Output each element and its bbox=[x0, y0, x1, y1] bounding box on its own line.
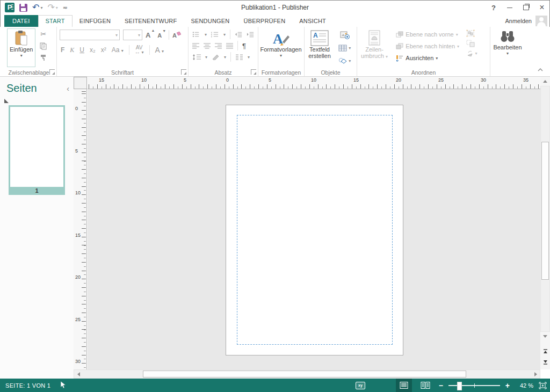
horizontal-scroll-thumb[interactable] bbox=[143, 371, 466, 378]
two-page-spread-button[interactable] bbox=[417, 379, 433, 392]
close-button[interactable]: × bbox=[534, 2, 550, 13]
grow-font-button[interactable]: A▲ bbox=[146, 31, 154, 39]
font-color-button[interactable]: A ▾ bbox=[155, 46, 164, 54]
draw-textbox-button[interactable]: A Textfeld erstellen bbox=[305, 28, 334, 67]
text-wrap-icon bbox=[367, 30, 381, 46]
tab-seitenentwurf[interactable]: SEITENENTWURF bbox=[118, 15, 184, 27]
pages-options-icon[interactable] bbox=[4, 99, 9, 103]
customize-qat-icon[interactable]: ≂ bbox=[63, 4, 67, 11]
cut-button[interactable]: ✂ bbox=[40, 28, 47, 40]
shrink-font-button[interactable]: A▼ bbox=[157, 32, 165, 39]
zoom-out-button[interactable]: − bbox=[439, 383, 443, 388]
paste-button[interactable]: Einfügen ▾ bbox=[7, 28, 35, 67]
canvas[interactable] bbox=[88, 89, 540, 369]
align-right-button[interactable] bbox=[215, 43, 222, 49]
paragraph-marks-button[interactable]: ¶ bbox=[242, 42, 246, 50]
scroll-down-button[interactable] bbox=[540, 332, 550, 341]
font-dialog-launcher-icon[interactable] bbox=[181, 69, 186, 75]
paragraph-shading-button[interactable] bbox=[212, 54, 220, 60]
columns-button[interactable] bbox=[235, 54, 243, 60]
sign-in[interactable]: Anmelden bbox=[505, 15, 550, 27]
minimize-button[interactable] bbox=[502, 2, 518, 13]
horizontal-scrollbar[interactable] bbox=[74, 369, 540, 379]
single-page-view-button[interactable] bbox=[396, 379, 412, 392]
paragraph-dialog-launcher-icon[interactable] bbox=[251, 69, 256, 75]
next-page-button[interactable] bbox=[540, 358, 550, 366]
underline-button[interactable]: U bbox=[79, 46, 84, 54]
copy-button[interactable] bbox=[40, 40, 47, 52]
previous-page-button[interactable] bbox=[540, 347, 550, 355]
publisher-app-icon[interactable]: P bbox=[5, 3, 15, 12]
zoom-level[interactable]: 42 % bbox=[515, 382, 533, 389]
scroll-left-button[interactable] bbox=[74, 370, 83, 378]
save-icon[interactable] bbox=[19, 4, 27, 12]
increase-indent-button[interactable] bbox=[247, 31, 254, 38]
bring-forward-button[interactable]: Ebene nach vorne ▾ bbox=[396, 30, 459, 39]
character-spacing-button[interactable]: AV↔ ▾ bbox=[135, 46, 144, 55]
send-backward-button[interactable]: Ebene nach hinten ▾ bbox=[396, 41, 459, 51]
change-case-button[interactable]: Aa ▾ bbox=[112, 46, 124, 54]
styles-button[interactable]: A Formatvorlagen ▾ bbox=[259, 28, 303, 67]
clipboard-dialog-launcher-icon[interactable] bbox=[49, 69, 55, 75]
scroll-up-button[interactable] bbox=[540, 77, 550, 86]
tab-ueberpruefen[interactable]: ÜBERPRÜFEN bbox=[236, 15, 292, 27]
align-left-button[interactable] bbox=[192, 43, 199, 49]
pages-collapse-icon[interactable]: ‹ bbox=[67, 84, 69, 93]
publication-page[interactable] bbox=[226, 105, 403, 355]
h-ruler-label: 10 bbox=[311, 77, 316, 83]
page-thumbnail[interactable]: 1 bbox=[9, 105, 65, 195]
tab-einfuegen[interactable]: EINFÜGEN bbox=[73, 15, 118, 27]
redo-button[interactable]: ↷ ▾ bbox=[47, 4, 57, 11]
font-size-combo[interactable]: ▾ bbox=[123, 30, 142, 40]
zoom-in-button[interactable]: + bbox=[505, 383, 510, 388]
tab-sendungen[interactable]: SENDUNGEN bbox=[184, 15, 236, 27]
decrease-indent-button[interactable] bbox=[235, 31, 242, 38]
fit-page-button[interactable] bbox=[539, 382, 547, 389]
bold-button[interactable]: F bbox=[61, 46, 64, 54]
zoom-slider-thumb[interactable] bbox=[457, 382, 462, 390]
bullets-button[interactable] bbox=[192, 31, 200, 38]
sign-in-label: Anmelden bbox=[505, 18, 532, 24]
zoom-slider[interactable] bbox=[448, 385, 500, 386]
object-position-indicator[interactable]: xy bbox=[356, 382, 365, 389]
insert-picture-button[interactable] bbox=[338, 30, 351, 41]
text-wrap-button[interactable]: Zeilen- umbruch ▾ bbox=[358, 28, 391, 67]
vertical-scroll-track[interactable] bbox=[540, 86, 550, 332]
align-center-button[interactable] bbox=[204, 43, 211, 49]
collapse-ribbon-button[interactable] bbox=[537, 68, 546, 74]
format-painter-button[interactable] bbox=[40, 52, 47, 63]
insert-shapes-button[interactable]: ▾ bbox=[338, 55, 351, 67]
undo-button[interactable]: ↶ ▾ bbox=[32, 4, 42, 11]
vertical-scrollbar[interactable] bbox=[540, 77, 550, 369]
numbering-button[interactable] bbox=[211, 31, 219, 38]
undo-dropdown-icon[interactable]: ▾ bbox=[40, 5, 42, 10]
subscript-button[interactable]: x₂ bbox=[90, 46, 96, 54]
h-ruler-label: 5 bbox=[269, 77, 271, 83]
help-button[interactable]: ? bbox=[486, 2, 502, 13]
shapes-icon bbox=[338, 57, 347, 65]
italic-button[interactable]: K bbox=[70, 46, 74, 54]
horizontal-ruler[interactable]: 1510505101520253035 bbox=[88, 77, 540, 89]
textbox-label-2: erstellen bbox=[308, 53, 331, 59]
page-indicator[interactable]: SEITE: 1 VON 1 bbox=[5, 382, 50, 389]
font-name-combo[interactable]: ▾ bbox=[60, 30, 120, 40]
vertical-scroll-thumb[interactable] bbox=[541, 142, 549, 280]
editing-button[interactable]: Bearbeiten ▾ bbox=[491, 28, 524, 67]
tab-start[interactable]: START bbox=[38, 15, 73, 27]
tab-ansicht[interactable]: ANSICHT bbox=[292, 15, 333, 27]
redo-dropdown-icon[interactable]: ▾ bbox=[56, 5, 58, 10]
rotate-objects-button[interactable]: ▾ bbox=[466, 50, 477, 56]
clear-formatting-button[interactable]: A bbox=[172, 31, 181, 39]
ruler-origin-box[interactable] bbox=[74, 77, 87, 89]
align-button[interactable]: Ausrichten ▾ bbox=[396, 53, 459, 63]
line-spacing-button[interactable] bbox=[192, 54, 201, 61]
insert-table-button[interactable]: ▾ bbox=[338, 42, 351, 54]
ungroup-objects-icon[interactable] bbox=[466, 40, 475, 47]
justify-button[interactable] bbox=[226, 43, 233, 49]
restore-button[interactable] bbox=[518, 2, 534, 13]
tab-datei[interactable]: DATEI bbox=[4, 15, 38, 27]
superscript-button[interactable]: x² bbox=[101, 46, 106, 54]
vertical-ruler[interactable]: 051015202530 bbox=[74, 89, 87, 369]
group-objects-icon[interactable] bbox=[466, 30, 475, 37]
scroll-right-button[interactable] bbox=[531, 370, 540, 378]
